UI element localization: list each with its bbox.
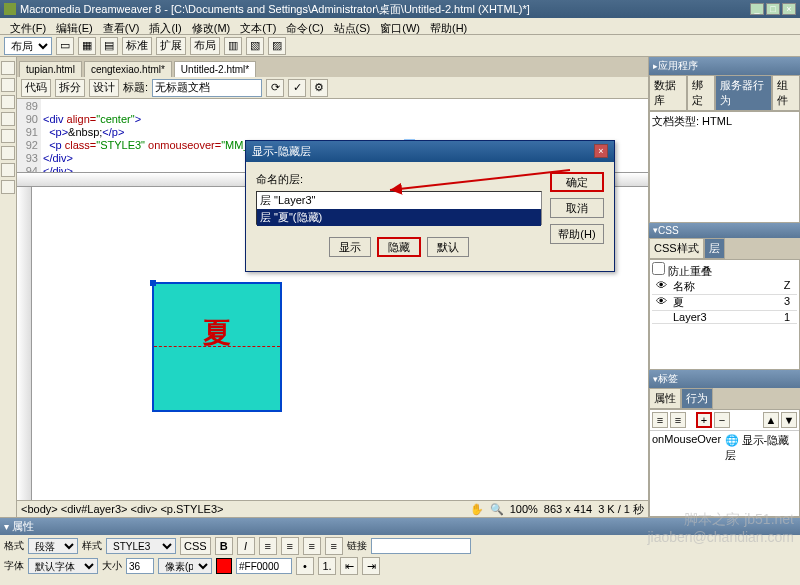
zoom-level[interactable]: 100% — [510, 503, 538, 515]
link-input[interactable] — [371, 538, 471, 554]
indent-icon[interactable]: ⇥ — [362, 557, 380, 575]
panel-application-title[interactable]: 应用程序 — [649, 57, 800, 75]
mode-standard[interactable]: 标准 — [122, 37, 152, 55]
behav-up-button[interactable]: ▲ — [763, 412, 779, 428]
color-input[interactable] — [236, 558, 292, 574]
apptab-serverbehav[interactable]: 服务器行为 — [715, 75, 771, 111]
csstab-layers[interactable]: 层 — [704, 238, 725, 259]
outdent-icon[interactable]: ⇤ — [340, 557, 358, 575]
align-justify-icon[interactable]: ≡ — [325, 537, 343, 555]
behav-btn[interactable]: ≡ — [652, 412, 668, 428]
codetool-icon[interactable] — [1, 112, 15, 126]
prevent-overlap-checkbox[interactable]: 防止重叠 — [652, 265, 712, 277]
menu-text[interactable]: 文本(T) — [236, 20, 280, 32]
close-button[interactable]: × — [782, 3, 796, 15]
minimize-button[interactable]: _ — [750, 3, 764, 15]
panel-tags-title[interactable]: 标签 — [649, 370, 800, 388]
list-ol-icon[interactable]: 1. — [318, 557, 336, 575]
color-swatch[interactable] — [216, 558, 232, 574]
hide-button[interactable]: 隐藏 — [377, 237, 421, 257]
codetool-icon[interactable] — [1, 95, 15, 109]
remove-behavior-button[interactable]: − — [714, 412, 730, 428]
menu-site[interactable]: 站点(S) — [330, 20, 375, 32]
doctool-icon[interactable]: ✓ — [288, 79, 306, 97]
menu-commands[interactable]: 命令(C) — [282, 20, 327, 32]
tool-icon[interactable]: ▨ — [268, 37, 286, 55]
apptab-bindings[interactable]: 绑定 — [687, 75, 716, 111]
layer-row[interactable]: Layer31 — [652, 311, 797, 324]
align-center-icon[interactable]: ≡ — [281, 537, 299, 555]
tool-icon[interactable]: ▥ — [224, 37, 242, 55]
codetool-icon[interactable] — [1, 78, 15, 92]
list-item[interactable]: 层 "夏"(隐藏) — [257, 209, 541, 226]
codetool-icon[interactable] — [1, 146, 15, 160]
csstab-styles[interactable]: CSS样式 — [649, 238, 704, 259]
behav-down-button[interactable]: ▼ — [781, 412, 797, 428]
css-button[interactable]: CSS — [180, 537, 211, 555]
view-design[interactable]: 设计 — [89, 79, 119, 97]
download-size: 3 K / 1 秒 — [598, 502, 644, 517]
style-select[interactable]: STYLE3 — [106, 538, 176, 554]
apptab-database[interactable]: 数据库 — [649, 75, 687, 111]
tagtab-behaviors[interactable]: 行为 — [681, 388, 713, 409]
mode-expanded[interactable]: 扩展 — [156, 37, 186, 55]
unit-select[interactable]: 像素(px) — [158, 558, 212, 574]
size-input[interactable] — [126, 558, 154, 574]
doctool-icon[interactable]: ⟳ — [266, 79, 284, 97]
italic-button[interactable]: I — [237, 537, 255, 555]
show-button[interactable]: 显示 — [329, 237, 371, 257]
codetool-icon[interactable] — [1, 180, 15, 194]
codetool-icon[interactable] — [1, 129, 15, 143]
insert-category-select[interactable]: 布局 — [4, 37, 52, 55]
align-right-icon[interactable]: ≡ — [303, 537, 321, 555]
list-ul-icon[interactable]: • — [296, 557, 314, 575]
apptab-components[interactable]: 组件 — [772, 75, 801, 111]
tool-icon[interactable]: ▭ — [56, 37, 74, 55]
ok-button[interactable]: 确定 — [550, 172, 604, 192]
behav-btn[interactable]: ≡ — [670, 412, 686, 428]
tool-icon[interactable]: ▦ — [78, 37, 96, 55]
maximize-button[interactable]: □ — [766, 3, 780, 15]
layer-xia[interactable]: 夏 — [152, 282, 282, 412]
menu-help[interactable]: 帮助(H) — [426, 20, 471, 32]
dialog-close-button[interactable]: × — [594, 144, 608, 158]
font-select[interactable]: 默认字体 — [28, 558, 98, 574]
tab-untitled2[interactable]: Untitled-2.html* — [174, 61, 256, 77]
view-split[interactable]: 拆分 — [55, 79, 85, 97]
list-item[interactable]: 层 "Layer3" — [257, 192, 541, 209]
window-size[interactable]: 863 x 414 — [544, 503, 592, 515]
title-label: 标题: — [123, 80, 148, 95]
tool-icon[interactable]: ▤ — [100, 37, 118, 55]
zoom-tool-icon[interactable]: 🔍 — [490, 503, 504, 516]
add-behavior-button[interactable]: + — [696, 412, 712, 428]
codetool-icon[interactable] — [1, 61, 15, 75]
tag-selector[interactable]: <body> <div#Layer3> <div> <p.STYLE3> — [21, 503, 223, 515]
mode-layout[interactable]: 布局 — [190, 37, 220, 55]
tool-icon[interactable]: ▧ — [246, 37, 264, 55]
menu-window[interactable]: 窗口(W) — [376, 20, 424, 32]
layers-listbox[interactable]: 层 "Layer3" 层 "夏"(隐藏) — [256, 191, 542, 225]
tab-cengtexiao[interactable]: cengtexiao.html* — [84, 61, 172, 77]
tab-tupian[interactable]: tupian.html — [19, 61, 82, 77]
hand-tool-icon[interactable]: ✋ — [470, 503, 484, 516]
menu-file[interactable]: 文件(F) — [6, 20, 50, 32]
menu-edit[interactable]: 编辑(E) — [52, 20, 97, 32]
bold-button[interactable]: B — [215, 537, 233, 555]
menu-insert[interactable]: 插入(I) — [145, 20, 185, 32]
menu-view[interactable]: 查看(V) — [99, 20, 144, 32]
panel-css-title[interactable]: CSS — [649, 223, 800, 238]
doctool-icon[interactable]: ⚙ — [310, 79, 328, 97]
default-button[interactable]: 默认 — [427, 237, 469, 257]
layer-row[interactable]: 👁夏3 — [652, 295, 797, 311]
title-input[interactable] — [152, 79, 262, 97]
dialog-titlebar[interactable]: 显示-隐藏层 × — [246, 141, 614, 162]
cancel-button[interactable]: 取消 — [550, 198, 604, 218]
view-code[interactable]: 代码 — [21, 79, 51, 97]
codetool-icon[interactable] — [1, 163, 15, 177]
format-select[interactable]: 段落 — [28, 538, 78, 554]
tagtab-attrs[interactable]: 属性 — [649, 388, 681, 409]
menu-modify[interactable]: 修改(M) — [188, 20, 235, 32]
help-button[interactable]: 帮助(H) — [550, 224, 604, 244]
behavior-row[interactable]: onMouseOver 🌐 显示-隐藏层 — [650, 431, 799, 465]
align-left-icon[interactable]: ≡ — [259, 537, 277, 555]
